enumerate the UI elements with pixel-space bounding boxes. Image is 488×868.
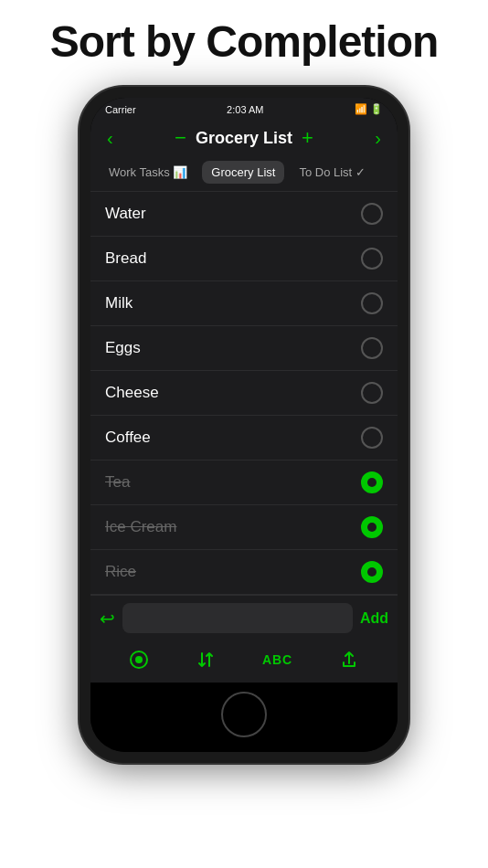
svg-point-1 [135,656,143,663]
list-item: Milk [90,281,398,326]
tab-work-tasks[interactable]: Work Tasks 📊 [100,161,196,184]
add-item-button[interactable]: Add [360,610,388,627]
list-item-text: Ice Cream [105,518,176,536]
add-list-button[interactable]: + [302,126,313,150]
list-item: Tea [90,460,398,505]
status-bar: Carrier 2:03 AM 📶 🔋 [90,98,398,119]
list-item: Cheese [90,371,398,416]
tab-work-tasks-label: Work Tasks 📊 [109,165,187,179]
undo-button[interactable]: ↩ [100,608,115,630]
header-center: − Grocery List + [175,126,313,150]
list-item-text: Coffee [105,429,151,447]
tab-bar: Work Tasks 📊 Grocery List To Do List ✓ [90,157,398,192]
list-item-toggle[interactable] [361,561,383,583]
list-item-text: Water [105,205,146,223]
tab-grocery-list[interactable]: Grocery List [202,161,284,184]
list-item-toggle[interactable] [361,292,383,314]
bottom-toolbar: ABC [90,640,398,683]
list-item-toggle[interactable] [361,471,383,493]
tab-todo-list-label: To Do List ✓ [299,165,365,179]
list-item-toggle[interactable] [361,427,383,449]
list-item-text: Eggs [105,339,141,357]
list-item-toggle[interactable] [361,203,383,225]
delete-list-button[interactable]: − [175,126,186,150]
next-list-button[interactable]: › [371,127,385,149]
status-time: 2:03 AM [227,104,263,115]
new-item-input[interactable] [122,603,353,633]
prev-list-button[interactable]: ‹ [103,127,117,149]
list-item-toggle[interactable] [361,516,383,538]
tab-grocery-list-label: Grocery List [211,165,275,179]
phone-screen: Carrier 2:03 AM 📶 🔋 ‹ − Grocery List + ›… [90,98,398,752]
tab-todo-list[interactable]: To Do List ✓ [290,161,374,184]
list-title: Grocery List [196,129,292,148]
phone-frame: Carrier 2:03 AM 📶 🔋 ‹ − Grocery List + ›… [80,87,408,763]
list-item: Ice Cream [90,505,398,550]
input-bar: ↩ Add [90,595,398,640]
list-item-text: Milk [105,294,133,312]
filter-button[interactable] [129,650,149,670]
list-item-text: Bread [105,249,146,268]
list-item-toggle[interactable] [361,248,383,270]
list-item-text: Rice [105,563,136,581]
list-item-text: Tea [105,473,130,492]
abc-sort-button[interactable]: ABC [262,652,292,667]
sort-button[interactable] [196,650,216,670]
list-item: Water [90,192,398,237]
list-item: Rice [90,550,398,595]
list-item: Eggs [90,326,398,371]
share-button[interactable] [339,650,359,670]
home-button[interactable] [221,692,267,737]
list-item-text: Cheese [105,384,159,402]
list-item-toggle[interactable] [361,382,383,404]
list-item: Coffee [90,416,398,460]
list-item: Bread [90,237,398,281]
list-area: WaterBreadMilkEggsCheeseCoffeeTeaIce Cre… [90,192,398,595]
status-icons: 📶 🔋 [355,103,383,115]
app-header: ‹ − Grocery List + › [90,119,398,157]
list-item-toggle[interactable] [361,337,383,359]
home-area [90,683,398,752]
status-carrier: Carrier [105,104,136,115]
page-title: Sort by Completion [50,16,439,67]
